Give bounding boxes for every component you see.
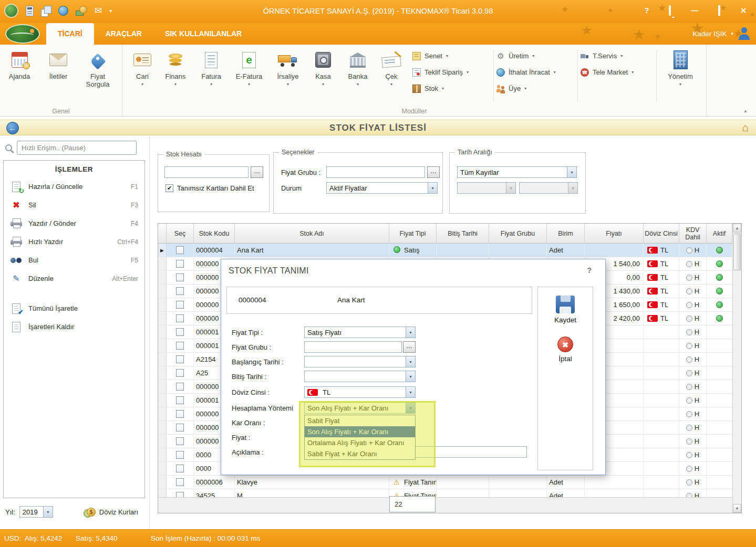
header-bitis-tarihi[interactable]: Bitiş Tarihi xyxy=(437,224,489,244)
ribbon-button-cari[interactable]: Cari ▾ xyxy=(128,49,157,87)
sidebar-item-sil[interactable]: ✖ Sil F3 xyxy=(4,196,144,214)
quick-search-input[interactable] xyxy=(17,141,137,155)
header-birim[interactable]: Birim xyxy=(547,224,585,244)
ribbon-button-cek[interactable]: Çek ▾ xyxy=(378,49,405,87)
dropdown-option[interactable]: Son Alış Fiyatı + Kar Oranı xyxy=(305,426,415,437)
tab-ticari[interactable]: TİCARİ xyxy=(46,23,94,45)
header-fiyat-tipi[interactable]: Fiyat Tipi xyxy=(389,224,437,244)
app-logo-icon[interactable] xyxy=(4,4,18,18)
table-row[interactable]: ▶ 34525 M ⚠ Fiyat Tanımsız Adet xyxy=(158,489,732,497)
tarih-araligi-select[interactable]: Tüm Kayıtlar ▾ xyxy=(457,166,577,178)
mail-icon[interactable]: ✉ xyxy=(95,6,102,16)
ribbon-collapse-icon[interactable]: ▲ xyxy=(743,109,748,113)
fiyat-grubu-browse-button[interactable]: … xyxy=(403,341,416,353)
ribbon-button-kasa[interactable]: Kasa ▾ xyxy=(308,49,338,87)
currency-rates-link[interactable]: $ Döviz Kurları xyxy=(87,508,138,517)
close-button[interactable]: ✕ xyxy=(740,5,747,16)
hesaplama-yontemi-select[interactable]: Son Alış Fiyatı + Kar Oranı ▾ xyxy=(304,402,416,414)
row-checkbox[interactable] xyxy=(176,342,184,350)
scroll-up-icon[interactable]: ▲ xyxy=(733,224,741,233)
durum-select[interactable]: Aktif Fiyatlar ▾ xyxy=(326,182,438,194)
header-doviz-cinsi[interactable]: Döviz Cinsi xyxy=(644,224,679,244)
ribbon-button-ajanda[interactable]: Ajanda xyxy=(3,49,36,80)
ribbon-button-yonetim[interactable]: Yönetim ▾ xyxy=(661,49,699,87)
quick-access-caret-icon[interactable]: ▾ xyxy=(109,8,112,14)
row-checkbox[interactable] xyxy=(176,492,184,497)
dropdown-option[interactable]: Ortalama Alış Fiyatı + Kar Oranı xyxy=(305,437,415,448)
header-fiyati[interactable]: Fiyatı xyxy=(585,224,644,244)
ribbon-button-iletiler[interactable]: İletiler xyxy=(42,49,75,80)
vertical-scrollbar[interactable]: ▲ ▼ xyxy=(732,224,741,513)
row-checkbox[interactable] xyxy=(176,410,184,418)
ribbon-button-efatura[interactable]: e E-Fatura ▾ xyxy=(231,49,267,87)
calculator-icon[interactable] xyxy=(26,6,34,16)
sidebar-item-tumunu-isaretle[interactable]: ✔ Tümünü İşaretle xyxy=(4,299,144,318)
ribbon-button-irsaliye[interactable]: İrsaliye ▾ xyxy=(271,49,305,87)
bitis-tarihi-select[interactable]: ▾ xyxy=(304,371,416,382)
sidebar-item-yazdir-gonder[interactable]: Yazdır / Gönder F4 xyxy=(4,214,144,233)
screen-icon[interactable] xyxy=(669,5,671,16)
fiyat-tipi-select[interactable]: Satış Fiyatı ▾ xyxy=(304,327,416,338)
scrollbar-thumb[interactable] xyxy=(733,234,741,270)
sidebar-item-isaretleri-kaldir[interactable]: İşaretleri Kaldır xyxy=(4,318,144,336)
fiyat-grubu-input[interactable] xyxy=(304,341,402,353)
baslangic-tarihi-select[interactable]: ▾ xyxy=(304,356,416,367)
ribbon-button-uretim[interactable]: ⚙ Üretim ▾ xyxy=(496,51,556,61)
ribbon-button-fiyat-sorgula[interactable]: Fiyat Sorgula xyxy=(79,49,117,88)
row-checkbox[interactable] xyxy=(176,314,184,322)
table-row[interactable]: ▶ 0000006 Klavye ⚠ Fiyat Tanımsız Adet xyxy=(158,476,732,489)
exchange-rate-icon[interactable] xyxy=(76,6,87,16)
sidebar-item-hizli-yazdir[interactable]: Hızlı Yazdır Ctrl+F4 xyxy=(4,233,144,251)
header-stok-adi[interactable]: Stok Adı xyxy=(235,224,389,244)
help-button[interactable]: ? xyxy=(645,5,649,16)
copy-icon[interactable] xyxy=(41,6,51,16)
stok-hesabi-input[interactable] xyxy=(164,166,248,178)
row-checkbox[interactable] xyxy=(176,465,184,472)
row-checkbox[interactable] xyxy=(176,396,184,404)
record-count-box[interactable]: 22 xyxy=(389,496,436,512)
row-checkbox[interactable] xyxy=(176,246,184,254)
ribbon-button-banka[interactable]: Banka ▾ xyxy=(341,49,375,87)
sidebar-item-bul[interactable]: Bul F5 xyxy=(4,251,144,269)
tanimsiz-checkbox[interactable]: ✔ xyxy=(165,184,173,192)
minimize-button[interactable]: — xyxy=(691,5,698,16)
row-checkbox[interactable] xyxy=(176,287,184,295)
ribbon-button-fatura[interactable]: Fatura ▾ xyxy=(195,49,227,87)
header-kdv-dahil[interactable]: KDV Dahil xyxy=(679,224,707,244)
ribbon-button-ithalat-ihracat[interactable]: İthalat İhracat ▾ xyxy=(496,67,556,77)
ribbon-button-finans[interactable]: Finans ▾ xyxy=(159,49,192,87)
row-checkbox[interactable] xyxy=(176,260,184,268)
dropdown-option[interactable]: Sabit Fiyat xyxy=(305,415,415,426)
tab-sik-kullanilanlar[interactable]: SIK KULLANILANLAR xyxy=(153,23,253,45)
doviz-cinsi-select[interactable]: TL ▾ xyxy=(304,386,416,398)
dropdown-option[interactable]: Sabit Fiyat + Kar Oranı xyxy=(305,448,415,459)
fiyat-grubu-input[interactable] xyxy=(326,166,425,178)
row-checkbox[interactable] xyxy=(176,383,184,391)
row-checkbox[interactable] xyxy=(176,328,184,336)
table-row[interactable]: ▶ 0000004 Ana Kart ⚠ Satış Adet xyxy=(158,244,732,257)
header-stok-kodu[interactable]: Stok Kodu xyxy=(194,224,235,244)
header-sec[interactable]: Seç xyxy=(167,224,194,244)
row-checkbox[interactable] xyxy=(176,274,184,281)
dialog-help-button[interactable]: ? xyxy=(587,266,592,275)
row-checkbox[interactable] xyxy=(176,355,184,363)
globe-icon[interactable] xyxy=(58,6,68,16)
fiyat-grubu-browse-button[interactable]: … xyxy=(427,166,440,178)
ribbon-button-stok[interactable]: Stok ▾ xyxy=(412,83,469,93)
save-button[interactable]: Kaydet xyxy=(554,296,576,324)
sidebar-item-hazirla-guncelle[interactable]: ↻ Hazırla / Güncelle F1 xyxy=(4,177,144,196)
row-checkbox[interactable] xyxy=(176,369,184,377)
row-checkbox[interactable] xyxy=(176,478,184,486)
header-fiyat-grubu[interactable]: Fiyat Grubu xyxy=(489,224,547,244)
ribbon-button-tele-market[interactable]: ☎ Tele Market ▾ xyxy=(581,67,634,77)
home-icon[interactable]: ⌂ xyxy=(742,121,749,134)
scroll-down-icon[interactable]: ▼ xyxy=(733,504,741,513)
row-checkbox[interactable] xyxy=(176,301,184,309)
ribbon-button-tservis[interactable]: T.Servis ▾ xyxy=(581,51,634,61)
user-menu[interactable]: Kader IŞIK ▾ xyxy=(692,27,751,40)
ribbon-button-uye[interactable]: Üye ▾ xyxy=(496,83,556,93)
row-checkbox[interactable] xyxy=(176,451,184,459)
stok-hesabi-browse-button[interactable]: … xyxy=(251,166,263,178)
cancel-button[interactable]: ✖ İptal xyxy=(557,336,573,363)
ribbon-button-teklif-siparis[interactable]: Teklif Sipariş ▾ xyxy=(412,67,469,77)
